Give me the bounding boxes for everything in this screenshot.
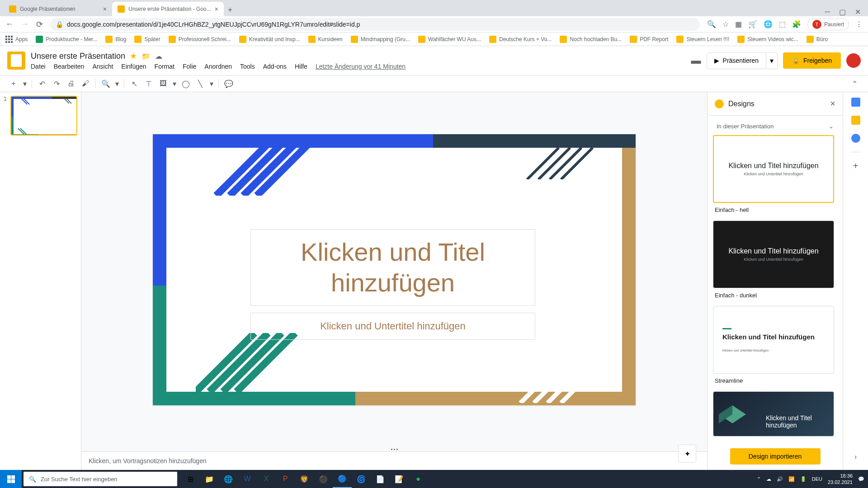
back-button[interactable]: ← bbox=[5, 19, 14, 29]
notepad-icon[interactable]: 📝 bbox=[390, 470, 409, 488]
star-icon[interactable]: ☆ bbox=[722, 20, 729, 28]
tray-expand-icon[interactable]: ⌃ bbox=[757, 476, 761, 482]
onedrive-icon[interactable]: ☁ bbox=[766, 476, 771, 482]
slide-container[interactable]: Klicken und Titel hinzufügen Klicken und… bbox=[81, 92, 707, 447]
zoom-icon[interactable]: 🔍 bbox=[707, 20, 716, 28]
add-icon[interactable]: + bbox=[851, 161, 860, 170]
calendar-icon[interactable] bbox=[851, 98, 860, 107]
last-edit-link[interactable]: Letzte Änderung vor 41 Minuten bbox=[316, 63, 406, 70]
line-dropdown[interactable]: ▾ bbox=[208, 77, 215, 90]
bookmark-item[interactable]: Professionell Schrei... bbox=[169, 36, 231, 43]
shape-tool[interactable]: ◯ bbox=[179, 77, 192, 90]
url-input[interactable]: 🔒 docs.google.com/presentation/d/1je40CL… bbox=[50, 18, 700, 31]
apps-button[interactable]: Apps bbox=[5, 36, 28, 43]
start-button[interactable] bbox=[0, 470, 22, 488]
theme-card-gradient[interactable]: Klicken und Titel hinzufügen bbox=[713, 391, 834, 436]
close-icon[interactable]: ✕ bbox=[855, 8, 861, 16]
globe-icon[interactable]: 🌐 bbox=[764, 20, 773, 28]
close-icon[interactable]: × bbox=[215, 5, 218, 13]
puzzle-icon[interactable]: ⬚ bbox=[779, 20, 786, 28]
zoom-button[interactable]: 🔍 bbox=[99, 77, 112, 90]
profile-avatar[interactable] bbox=[846, 53, 861, 68]
theme-card-streamline[interactable]: Klicken und Titel hinzufügen Klicken und… bbox=[713, 306, 834, 374]
tab-presentation[interactable]: Unsere erste Präsentation - Goo... × bbox=[112, 2, 224, 16]
bookmark-item[interactable]: Später bbox=[134, 36, 160, 43]
notes-resize-handle[interactable] bbox=[81, 447, 707, 451]
comments-icon[interactable]: ▬ bbox=[691, 55, 701, 66]
bookmark-item[interactable]: Blog bbox=[105, 36, 126, 43]
slides-logo[interactable] bbox=[7, 52, 25, 70]
subtitle-placeholder[interactable]: Klicken und Untertitel hinzufügen bbox=[250, 313, 535, 340]
wifi-icon[interactable]: 📶 bbox=[788, 476, 795, 482]
tasks-icon[interactable] bbox=[851, 134, 860, 143]
chrome-icon[interactable]: 🔵 bbox=[333, 470, 352, 488]
bookmark-item[interactable]: Deutsche Kurs + Vo... bbox=[489, 36, 552, 43]
extensions-icon[interactable]: 🧩 bbox=[792, 20, 801, 28]
import-design-button[interactable]: Design importieren bbox=[730, 448, 821, 465]
speaker-notes[interactable]: Klicken, um Vortragsnotizen hinzuzufügen bbox=[81, 451, 707, 470]
bookmark-item[interactable]: Mindmapping (Gru... bbox=[351, 36, 410, 43]
explore-button[interactable]: ✦ bbox=[678, 445, 696, 463]
bookmark-item[interactable]: Noch hochladen Bu... bbox=[560, 36, 622, 43]
powerpoint-icon[interactable]: P bbox=[276, 470, 295, 488]
tab-google-slides[interactable]: Google Präsentationen × bbox=[4, 2, 112, 16]
minimize-icon[interactable]: ─ bbox=[825, 8, 830, 16]
line-tool[interactable]: ╲ bbox=[194, 77, 207, 90]
menu-arrange[interactable]: Anordnen bbox=[204, 63, 232, 70]
image-dropdown[interactable]: ▾ bbox=[171, 77, 178, 90]
slide-thumbnail[interactable] bbox=[10, 96, 77, 136]
language-indicator[interactable]: DEU bbox=[812, 476, 822, 482]
menu-addons[interactable]: Add-ons bbox=[263, 63, 287, 70]
maximize-icon[interactable]: ▢ bbox=[839, 8, 846, 16]
obs-icon[interactable]: ⚫ bbox=[314, 470, 333, 488]
bookmark-item[interactable]: Kursideen bbox=[308, 36, 343, 43]
qr-icon[interactable]: ▦ bbox=[735, 20, 742, 28]
theme-card-light[interactable]: Klicken und Titel hinzufügen Klicken und… bbox=[713, 135, 834, 203]
redo-button[interactable]: ↷ bbox=[50, 77, 63, 90]
image-tool[interactable]: 🖼 bbox=[157, 77, 170, 90]
profile-status[interactable]: T Pausiert bbox=[807, 19, 849, 30]
document-title[interactable]: Unsere erste Präsentation bbox=[31, 52, 125, 61]
clock[interactable]: 18:36 23.02.2021 bbox=[828, 473, 853, 486]
menu-tools[interactable]: Tools bbox=[240, 63, 255, 70]
menu-format[interactable]: Format bbox=[155, 63, 175, 70]
word-icon[interactable]: W bbox=[238, 470, 257, 488]
menu-insert[interactable]: Einfügen bbox=[121, 63, 146, 70]
present-button[interactable]: ▶ Präsentieren bbox=[707, 52, 766, 69]
windows-search[interactable]: 🔍 Zur Suche Text hier eingeben bbox=[24, 472, 177, 486]
notifications-icon[interactable]: 💬 bbox=[858, 476, 864, 482]
print-button[interactable]: 🖨 bbox=[65, 77, 77, 90]
bookmark-item[interactable]: Produktsuche - Mer... bbox=[36, 36, 97, 43]
cart-icon[interactable]: 🛒 bbox=[748, 20, 757, 28]
star-icon[interactable]: ★ bbox=[130, 51, 137, 61]
battery-icon[interactable]: 🔋 bbox=[800, 476, 807, 482]
excel-icon[interactable]: X bbox=[257, 470, 276, 488]
title-placeholder[interactable]: Klicken und Titel hinzufügen bbox=[250, 229, 535, 306]
keep-icon[interactable] bbox=[851, 116, 860, 125]
designs-filter-dropdown[interactable]: In dieser Präsentation ⌄ bbox=[713, 121, 837, 135]
undo-button[interactable]: ↶ bbox=[36, 77, 48, 90]
bookmark-item[interactable]: Steuern Videos wic... bbox=[737, 36, 798, 43]
new-slide-button[interactable]: + bbox=[7, 77, 20, 90]
bookmark-item[interactable]: Wahlfächer WU Aus... bbox=[418, 36, 481, 43]
bookmark-item[interactable]: PDF Report bbox=[630, 36, 668, 43]
volume-icon[interactable]: 🔊 bbox=[777, 476, 783, 482]
edge-icon[interactable]: 🌐 bbox=[219, 470, 238, 488]
collapse-sidebar-icon[interactable]: › bbox=[854, 453, 857, 461]
new-slide-dropdown[interactable]: ▾ bbox=[22, 77, 28, 90]
share-button[interactable]: 🔒 Freigeben bbox=[783, 52, 841, 69]
collapse-button[interactable]: ⌃ bbox=[848, 77, 861, 90]
slide-canvas[interactable]: Klicken und Titel hinzufügen Klicken und… bbox=[153, 134, 636, 405]
cloud-icon[interactable]: ☁ bbox=[155, 52, 162, 61]
task-view-icon[interactable]: ⊞ bbox=[181, 470, 200, 488]
present-dropdown[interactable]: ▾ bbox=[766, 52, 778, 69]
forward-button[interactable]: → bbox=[21, 19, 29, 29]
explorer-icon[interactable]: 📁 bbox=[200, 470, 219, 488]
comment-button[interactable]: 💬 bbox=[222, 77, 235, 90]
bookmark-item[interactable]: Kreativität und Insp... bbox=[239, 36, 300, 43]
close-icon[interactable]: × bbox=[830, 99, 835, 109]
spotify-icon[interactable]: ● bbox=[409, 470, 428, 488]
close-icon[interactable]: × bbox=[103, 5, 107, 13]
menu-help[interactable]: Hilfe bbox=[295, 63, 307, 70]
app-icon[interactable]: 📄 bbox=[371, 470, 390, 488]
